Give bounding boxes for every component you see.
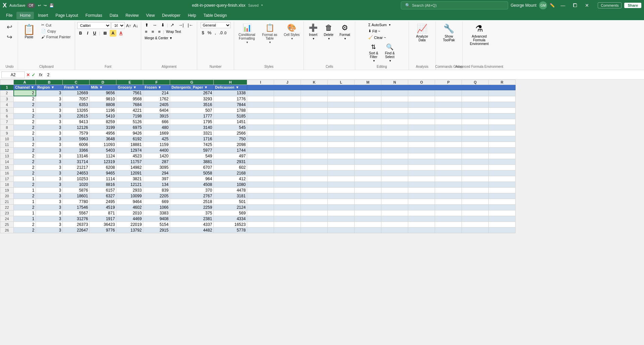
cell-C4[interactable]: 6353 [63,102,90,108]
empty-cell[interactable] [355,182,381,188]
empty-cell[interactable] [408,96,435,102]
menu-insert[interactable]: Insert [35,12,51,19]
cell-E19[interactable]: 2933 [116,188,143,193]
cell-C13[interactable]: 13146 [63,153,90,159]
empty-cell[interactable] [328,136,355,142]
cell-B20[interactable]: 3 [36,193,63,199]
empty-cell[interactable] [489,210,516,216]
delete-button[interactable]: 🗑 Delete ▼ [321,22,336,42]
empty-cell[interactable] [328,182,355,188]
cell-A5[interactable]: 1 [14,108,36,113]
empty-cell[interactable] [328,148,355,153]
cell-G6[interactable]: 1777 [170,113,214,119]
cell-D18[interactable]: 8816 [90,182,116,188]
empty-cell[interactable] [435,210,462,216]
empty-cell[interactable] [408,125,435,131]
empty-cell[interactable] [462,119,489,125]
cell-H20[interactable]: 3181 [214,193,247,199]
empty-cell[interactable] [435,113,462,119]
empty-cell[interactable] [408,90,435,96]
cell-C23[interactable]: 5567 [63,210,90,216]
cell-B5[interactable]: 3 [36,108,63,113]
empty-cell[interactable] [301,188,328,193]
cell-E9[interactable]: 9426 [116,131,143,136]
col-header-G[interactable]: G [170,80,214,85]
cell-F9[interactable]: 1669 [143,131,170,136]
empty-cell[interactable] [274,216,301,222]
cell-E13[interactable]: 4523 [116,153,143,159]
cell-B8[interactable]: 3 [36,125,63,131]
cell-B26[interactable]: 3 [36,228,63,233]
indent-increase-button[interactable]: →| [176,22,185,28]
cell-E10[interactable]: 6192 [116,136,143,142]
empty-cell[interactable] [328,205,355,210]
find-select-button[interactable]: 🔍 Find &Select ▼ [382,42,397,64]
empty-cell[interactable] [301,102,328,108]
cell-H12[interactable]: 1744 [214,148,247,153]
empty-cell[interactable] [435,125,462,131]
cell-C15[interactable]: 21217 [63,165,90,170]
cell-B24[interactable]: 3 [36,216,63,222]
align-middle-button[interactable]: ↔ [151,22,159,28]
empty-cell[interactable] [462,96,489,102]
empty-cell[interactable] [328,222,355,228]
empty-cell[interactable] [381,170,408,176]
cell-C8[interactable]: 12126 [63,125,90,131]
row-num-2[interactable]: 2 [0,90,14,96]
italic-button[interactable]: I [85,30,90,37]
empty-cell[interactable] [408,159,435,165]
cell-G15[interactable]: 6707 [170,165,214,170]
empty-cell[interactable] [247,119,274,125]
cell-B7[interactable]: 3 [36,119,63,125]
empty-cell[interactable] [381,119,408,125]
cell-E8[interactable]: 6975 [116,125,143,131]
paste-button[interactable]: 📋 Paste [20,22,38,40]
empty-cell[interactable] [301,210,328,216]
cell-H15[interactable]: 602 [214,165,247,170]
cell-H6[interactable]: 5185 [214,113,247,119]
empty-cell[interactable] [435,222,462,228]
empty-cell[interactable] [489,205,516,210]
autosave-state[interactable]: Off [27,3,35,8]
empty-cell[interactable] [247,205,274,210]
empty-cell[interactable] [301,96,328,102]
edit-icon[interactable]: ✏️ [550,3,555,8]
empty-cell[interactable] [489,222,516,228]
empty-cell[interactable] [328,90,355,96]
minimize-button[interactable]: — [557,2,568,9]
empty-cell[interactable] [355,90,381,96]
cell-C22[interactable]: 17546 [63,205,90,210]
cell-H13[interactable]: 497 [214,153,247,159]
header-channel[interactable]: Channel ▼ [14,85,36,90]
decimal-decrease-button[interactable]: .0 [223,31,226,35]
cell-H11[interactable]: 2098 [214,142,247,148]
cell-C2[interactable]: 12669 [63,90,90,96]
copy-button[interactable]: 📄 Copy [39,28,73,34]
empty-cell[interactable] [328,228,355,233]
cell-D8[interactable]: 3199 [90,125,116,131]
cell-A9[interactable]: 2 [14,131,36,136]
bold-button[interactable]: B [77,30,84,37]
cell-A22[interactable]: 2 [14,205,36,210]
cell-C3[interactable]: 7057 [63,96,90,102]
cell-G13[interactable]: 549 [170,153,214,159]
empty-cell[interactable] [381,165,408,170]
cell-D22[interactable]: 4519 [90,205,116,210]
empty-cell[interactable] [355,142,381,148]
empty-cell[interactable] [489,136,516,142]
empty-cell[interactable] [274,90,301,96]
empty-cell[interactable] [435,188,462,193]
cell-A6[interactable]: 2 [14,113,36,119]
empty-cell[interactable] [489,228,516,233]
cell-A2[interactable]: 2 [14,90,36,96]
empty-cell[interactable] [247,108,274,113]
row-num-9[interactable]: 9 [0,131,14,136]
fill-button[interactable]: ⬇ Fill ~ [366,28,393,34]
insert-button[interactable]: ➕ Insert ▼ [306,22,320,42]
cell-E15[interactable]: 14982 [116,165,143,170]
cell-G3[interactable]: 3293 [170,96,214,102]
empty-cell[interactable] [274,125,301,131]
empty-cell[interactable] [301,125,328,131]
empty-cell[interactable] [301,222,328,228]
cell-D12[interactable]: 5403 [90,148,116,153]
